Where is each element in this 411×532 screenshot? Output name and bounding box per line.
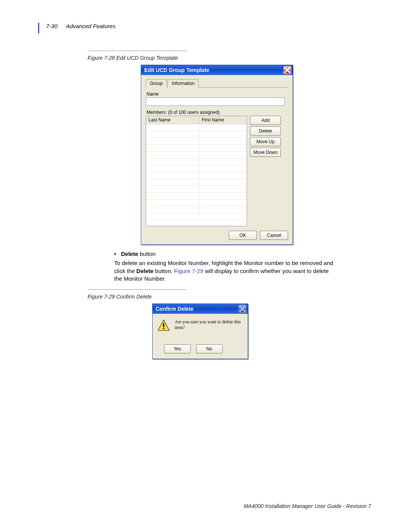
ok-button[interactable]: OK [229,231,257,240]
figure-link[interactable]: Figure 7-29 [174,268,204,274]
table-row[interactable] [146,152,247,158]
tab-strip: Group Information [146,79,288,88]
confirm-delete-dialog: Confirm Delete Are you sure you want to … [152,304,248,359]
close-icon [239,305,246,313]
bullet-rest: button [138,251,156,257]
page-header: 7-30 Advanced Features [38,23,373,34]
table-row[interactable] [146,193,247,200]
dialog-titlebar[interactable]: Edit UCD Group Template [141,65,293,75]
bullet-bold: Delete [121,251,138,257]
para-part2: button. [153,268,174,274]
table-row[interactable] [146,186,247,193]
cancel-button[interactable]: Cancel [260,231,288,240]
section-title: Advanced Features [66,23,115,29]
name-input[interactable] [146,97,285,106]
table-row[interactable] [146,158,247,165]
add-button[interactable]: Add [250,116,281,125]
bullet-icon: • [114,250,121,258]
confirm-titlebar[interactable]: Confirm Delete [153,304,248,314]
svg-rect-2 [163,328,164,329]
edit-ucd-dialog: Edit UCD Group Template Group Informatio… [141,65,293,245]
page-footer: MA4000 Installation Manager User Guide -… [244,503,371,509]
table-row[interactable] [146,165,247,172]
table-row[interactable] [146,200,247,206]
members-label: Members: (0 of 100 users assigned) [147,110,288,115]
figure-28-caption: Figure 7-28 Edit UCD Group Template [88,51,186,61]
confirm-message: Are you sure you want to delete this ite… [175,319,243,331]
dialog-title: Edit UCD Group Template [144,67,284,73]
page-number: 7-30 [46,23,57,29]
table-row[interactable] [146,124,247,131]
tab-information[interactable]: Information [167,79,199,88]
column-first-name[interactable]: First Name [199,116,247,124]
yes-button[interactable]: Yes [164,344,191,353]
table-row[interactable] [146,131,247,138]
confirm-title: Confirm Delete [156,306,239,312]
delete-button[interactable]: Delete [250,126,281,136]
close-icon[interactable] [284,66,291,74]
table-row[interactable] [146,138,247,145]
tab-group[interactable]: Group [146,79,167,88]
para-bold: Delete [136,268,153,274]
table-row[interactable] [146,179,247,186]
svg-rect-1 [163,323,164,328]
table-row[interactable] [146,172,247,179]
body-text: • Delete button To delete an existing Mo… [114,250,335,283]
move-up-button[interactable]: Move Up [250,137,281,146]
figure-29-caption: Figure 7-29 Confirm Delete [88,289,186,300]
table-row[interactable] [146,213,247,220]
name-label: Name [147,91,288,97]
warning-icon [157,319,170,332]
column-last-name[interactable]: Last Name [146,116,199,124]
table-row[interactable] [146,145,247,152]
table-row[interactable] [146,206,247,213]
move-down-button[interactable]: Move Down [250,148,281,157]
no-button[interactable]: No [196,344,223,353]
members-grid[interactable]: Last Name First Name [146,116,247,226]
